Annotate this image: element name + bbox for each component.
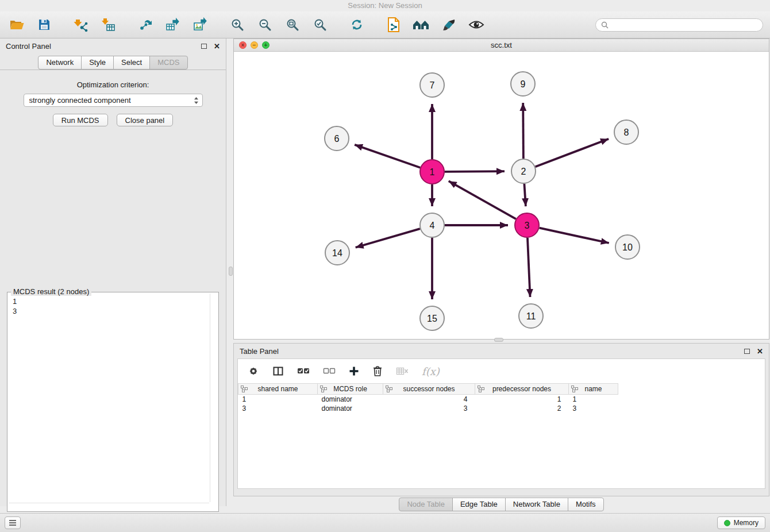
- graph-node-7[interactable]: 7: [420, 73, 444, 97]
- home-layout-button[interactable]: [411, 14, 431, 35]
- table-cell[interactable]: 3: [569, 404, 618, 413]
- graph-edge-4-14[interactable]: [356, 229, 420, 248]
- table-cell[interactable]: 1: [238, 395, 318, 404]
- table-cell[interactable]: 1: [569, 395, 618, 404]
- close-table-panel-icon[interactable]: ✕: [757, 348, 763, 355]
- tab-edge-table[interactable]: Edge Table: [452, 498, 506, 511]
- graph-edge-2-3[interactable]: [524, 184, 525, 206]
- column-header-MCDS-role[interactable]: MCDS role: [318, 384, 383, 395]
- import-table-button[interactable]: [99, 14, 118, 35]
- window-minimize-button[interactable]: −: [251, 41, 258, 49]
- zoom-selected-button[interactable]: [310, 14, 330, 35]
- close-panel-icon[interactable]: ✕: [214, 43, 220, 50]
- run-mcds-button[interactable]: Run MCDS: [53, 114, 108, 126]
- deselect-all-button[interactable]: [323, 367, 336, 375]
- table-cell[interactable]: 2: [475, 404, 569, 413]
- table-row[interactable]: 3dominator323: [238, 404, 765, 413]
- tab-node-table[interactable]: Node Table: [399, 498, 453, 511]
- window-close-button[interactable]: ×: [239, 41, 247, 49]
- column-header-name[interactable]: name: [569, 384, 618, 395]
- graph-node-10[interactable]: 10: [615, 235, 640, 259]
- zoom-fit-button[interactable]: [283, 14, 302, 35]
- graph-node-9[interactable]: 9: [511, 72, 535, 96]
- tab-mcds[interactable]: MCDS: [149, 56, 187, 70]
- save-session-button[interactable]: [34, 14, 54, 35]
- import-network-icon: [74, 17, 88, 32]
- graph-node-11[interactable]: 11: [519, 304, 543, 328]
- column-header-shared-name[interactable]: shared name: [238, 384, 318, 395]
- table-cell[interactable]: dominator: [318, 404, 383, 413]
- column-header-predecessor-nodes[interactable]: predecessor nodes: [475, 384, 569, 395]
- select-all-button[interactable]: [297, 367, 310, 375]
- close-panel-button[interactable]: Close panel: [117, 114, 174, 126]
- splitter-handle-vertical[interactable]: [229, 267, 233, 276]
- refresh-layout-button[interactable]: [347, 14, 367, 35]
- criterion-dropdown[interactable]: strongly connected component: [24, 94, 203, 107]
- task-history-button[interactable]: [5, 516, 21, 529]
- column-type-icon: [241, 385, 248, 394]
- table-row[interactable]: 1dominator411: [238, 395, 765, 404]
- splitter-handle-horizontal[interactable]: [494, 338, 503, 342]
- network-canvas[interactable]: 7968124314101511: [234, 52, 769, 339]
- table-cell[interactable]: 3: [383, 404, 475, 413]
- delete-table-button-disabled[interactable]: [396, 367, 409, 376]
- graph-node-6[interactable]: 6: [325, 126, 349, 151]
- search-icon: [601, 21, 609, 29]
- show-columns-button[interactable]: [272, 366, 284, 376]
- tab-select[interactable]: Select: [113, 56, 150, 70]
- new-network-from-selection-button[interactable]: [384, 14, 403, 35]
- column-header-successor-nodes[interactable]: successor nodes: [383, 384, 475, 395]
- zoom-out-button[interactable]: [255, 14, 275, 35]
- show-hide-button[interactable]: [467, 14, 486, 35]
- table-cell[interactable]: 1: [475, 395, 569, 404]
- memory-button[interactable]: Memory: [717, 516, 765, 529]
- graph-node-15[interactable]: 15: [420, 306, 444, 330]
- columns-icon: [272, 366, 284, 376]
- graph-edge-2-8[interactable]: [536, 139, 609, 167]
- graph-edge-1-2[interactable]: [445, 171, 505, 172]
- table-settings-button[interactable]: [248, 365, 259, 377]
- graph-node-label: 10: [622, 242, 633, 252]
- optimization-criterion-label: Optimization criterion:: [0, 80, 226, 89]
- result-vertical-scrollbar[interactable]: [210, 294, 210, 502]
- tab-style[interactable]: Style: [81, 56, 114, 70]
- tab-motifs[interactable]: Motifs: [568, 498, 604, 511]
- table-panel-title: Table Panel: [240, 347, 279, 356]
- search-input[interactable]: [612, 21, 757, 29]
- export-table-button[interactable]: [163, 14, 183, 35]
- style-brush-icon: [441, 18, 456, 32]
- table-cell[interactable]: 3: [238, 404, 318, 413]
- mcds-result-lines[interactable]: 13: [7, 292, 218, 320]
- houses-icon: [412, 18, 430, 32]
- apply-style-button[interactable]: [439, 14, 459, 35]
- add-column-button[interactable]: [349, 366, 359, 376]
- graph-node-4[interactable]: 4: [420, 213, 444, 237]
- float-table-panel-icon[interactable]: [744, 349, 750, 354]
- graph-node-14[interactable]: 14: [325, 241, 349, 265]
- open-file-button[interactable]: [7, 14, 26, 35]
- result-horizontal-scrollbar[interactable]: [9, 503, 209, 503]
- table-cell[interactable]: dominator: [318, 395, 383, 404]
- search-box[interactable]: [595, 18, 763, 32]
- graph-node-8[interactable]: 8: [614, 120, 638, 144]
- tab-network[interactable]: Network: [38, 56, 82, 70]
- delete-column-button[interactable]: [372, 365, 383, 377]
- function-builder-button-disabled[interactable]: f(x): [422, 365, 440, 377]
- export-network-button[interactable]: [136, 14, 155, 35]
- graph-edge-2-9[interactable]: [523, 103, 523, 159]
- graph-edge-3-1[interactable]: [449, 181, 516, 219]
- graph-node-3[interactable]: 3: [515, 213, 539, 237]
- zoom-in-button[interactable]: [228, 14, 247, 35]
- column-type-icon: [386, 385, 392, 394]
- table-cell[interactable]: 4: [383, 395, 475, 404]
- import-network-button[interactable]: [71, 14, 91, 35]
- export-image-button[interactable]: [191, 14, 210, 35]
- graph-edge-1-6[interactable]: [355, 145, 420, 168]
- window-maximize-button[interactable]: +: [262, 41, 270, 49]
- tab-network-table[interactable]: Network Table: [505, 498, 568, 511]
- graph-edge-3-10[interactable]: [539, 228, 609, 243]
- graph-node-1[interactable]: 1: [420, 160, 444, 184]
- float-panel-icon[interactable]: [201, 44, 207, 49]
- graph-node-2[interactable]: 2: [511, 159, 536, 183]
- graph-edge-3-11[interactable]: [528, 238, 530, 297]
